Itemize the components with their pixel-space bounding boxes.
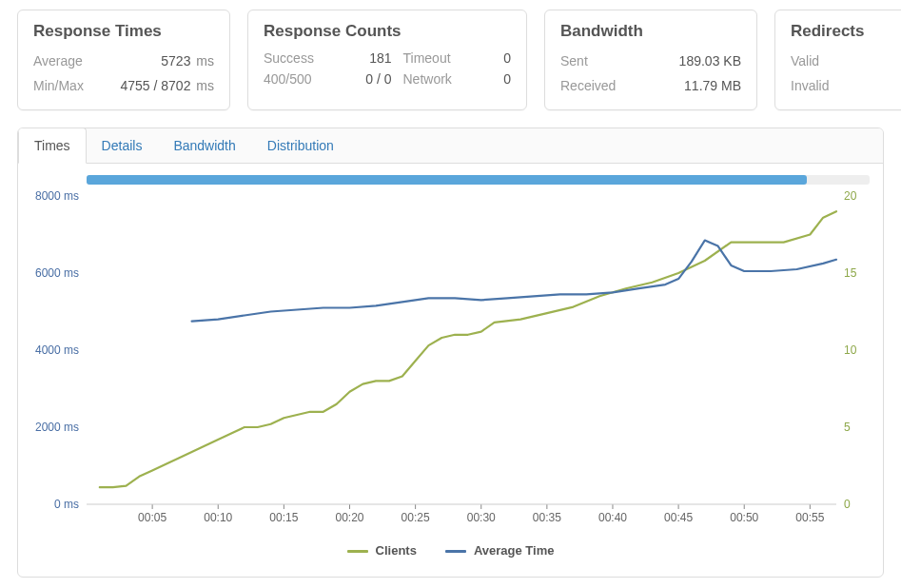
svg-text:2000 ms: 2000 ms (35, 421, 79, 434)
timeout-value: 0 (483, 50, 511, 66)
invalid-label: Invalid (791, 75, 829, 96)
card-response-counts: Response Counts Success 181 Timeout 0 40… (247, 10, 527, 110)
svg-text:0: 0 (844, 498, 851, 511)
avg-label: Average (33, 50, 83, 71)
sent-value: 189.03 KB (679, 50, 741, 71)
svg-text:00:05: 00:05 (138, 511, 166, 524)
card-title: Bandwidth (560, 22, 741, 41)
legend-avg: Average Time (445, 543, 555, 558)
card-title: Response Counts (264, 22, 511, 41)
received-label: Received (560, 75, 616, 96)
card-bandwidth: Bandwidth Sent 189.03 KB Received 11.79 … (544, 10, 757, 110)
network-label: Network (403, 71, 473, 87)
sent-label: Sent (560, 50, 588, 71)
network-value: 0 (483, 71, 511, 87)
svg-text:10: 10 (844, 343, 857, 357)
svg-text:00:10: 00:10 (204, 511, 232, 524)
svg-text:20: 20 (844, 190, 857, 203)
svg-text:00:20: 00:20 (335, 511, 363, 524)
card-title: Redirects (791, 22, 901, 41)
tab-distribution[interactable]: Distribution (252, 128, 350, 163)
tab-times[interactable]: Times (18, 127, 87, 164)
minmax-label: Min/Max (33, 75, 84, 96)
progress-fill (87, 175, 807, 185)
chart-panel: Times Details Bandwidth Distribution 0 m… (17, 127, 884, 578)
svg-text:6000 ms: 6000 ms (35, 266, 79, 280)
tab-details[interactable]: Details (87, 128, 159, 163)
svg-text:00:55: 00:55 (795, 511, 824, 524)
tabs: Times Details Bandwidth Distribution (18, 128, 883, 164)
progress-bar[interactable] (87, 175, 870, 185)
legend-clients: Clients (347, 543, 417, 558)
chart-legend: Clients Average Time (31, 536, 870, 571)
tab-bandwidth[interactable]: Bandwidth (158, 128, 251, 163)
svg-text:00:45: 00:45 (664, 511, 693, 524)
svg-text:15: 15 (844, 266, 857, 280)
received-value: 11.79 MB (684, 75, 741, 96)
card-title: Response Times (33, 22, 214, 41)
svg-text:5: 5 (844, 421, 851, 434)
valid-label: Valid (791, 50, 819, 71)
svg-text:00:25: 00:25 (402, 511, 430, 524)
err-label: 400/500 (264, 71, 334, 87)
svg-text:00:15: 00:15 (269, 511, 298, 524)
svg-text:4000 ms: 4000 ms (35, 343, 79, 357)
svg-text:8000 ms: 8000 ms (35, 190, 79, 203)
success-label: Success (264, 50, 334, 66)
success-value: 181 (345, 50, 391, 66)
svg-text:00:35: 00:35 (533, 511, 561, 524)
avg-value: 5723 (161, 53, 190, 69)
svg-text:00:40: 00:40 (598, 511, 627, 524)
card-response-times: Response Times Average 5723 ms Min/Max 4… (17, 10, 230, 110)
chart-svg: 0 ms2000 ms4000 ms6000 ms8000 ms05101520… (31, 190, 869, 533)
svg-text:0 ms: 0 ms (54, 498, 79, 511)
minmax-value: 4755 / 8702 (120, 78, 190, 93)
svg-text:00:50: 00:50 (730, 511, 758, 524)
svg-text:00:30: 00:30 (467, 511, 496, 524)
card-redirects: Redirects Valid 107 Invalid 0 (774, 10, 901, 110)
stats-cards: Response Times Average 5723 ms Min/Max 4… (17, 10, 884, 110)
timeout-label: Timeout (403, 50, 473, 66)
err-value: 0 / 0 (345, 71, 391, 87)
